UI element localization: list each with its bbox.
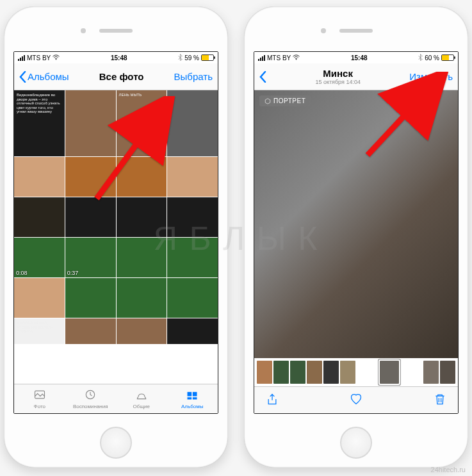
photo-thumbnail[interactable]: ЛЕНЬ МЫТЬ — [117, 90, 167, 156]
signal-icon — [258, 55, 265, 61]
nav-title: Все фото — [69, 71, 174, 82]
filmstrip-thumb[interactable] — [423, 361, 439, 384]
svg-point-0 — [56, 59, 56, 60]
photo-thumbnail[interactable] — [167, 318, 218, 344]
tab-shared[interactable]: Общие — [116, 384, 167, 413]
tab-label: Воспоминания — [73, 404, 108, 409]
memories-icon — [84, 388, 97, 402]
clock: 15:48 — [111, 54, 127, 62]
carrier-label: MTS BY — [27, 54, 51, 62]
battery-icon — [201, 54, 214, 61]
photo-thumbnail[interactable] — [65, 278, 116, 318]
photo-thumbnail[interactable] — [65, 90, 116, 156]
bluetooth-icon — [178, 54, 183, 62]
select-label: Выбрать — [174, 71, 213, 82]
filmstrip-thumb[interactable] — [257, 361, 272, 384]
photo-viewer[interactable]: ПОРТРЕТ — [254, 90, 458, 358]
speaker — [99, 29, 133, 33]
carrier-label: MTS BY — [267, 54, 291, 62]
photo-thumbnail[interactable]: 0:37 — [65, 238, 116, 277]
filmstrip-thumb[interactable] — [273, 361, 289, 384]
battery-pct: 60 % — [425, 54, 439, 62]
speaker — [339, 29, 373, 33]
photo-thumbnail[interactable] — [117, 157, 167, 197]
photo-thumbnail[interactable] — [117, 197, 167, 237]
portrait-badge: ПОРТРЕТ — [259, 95, 311, 106]
photo-thumbnail[interactable] — [167, 238, 218, 277]
photo-thumbnail[interactable] — [117, 238, 167, 277]
photo-grid[interactable]: Видеонаблюдение во дворе дома – это отли… — [14, 90, 218, 384]
nav-bar: Минск 15 октября 14:04 Изменить — [254, 63, 458, 90]
tab-bar: ФотоВоспоминанияОбщиеАльбомы — [14, 384, 218, 413]
photo-thumbnail[interactable] — [167, 90, 218, 156]
thumbnail-text: ЛЕНЬ МЫТЬ — [117, 90, 167, 100]
back-button[interactable] — [259, 71, 266, 83]
photo-thumbnail[interactable]: 4 УПРАЖНЕНИЯ, ЧТОБЫ НЕ БОЛЕЛА СПИНКА — [14, 318, 65, 344]
wifi-icon — [53, 54, 60, 62]
nav-title: Минск — [266, 68, 409, 79]
photo-thumbnail[interactable] — [167, 278, 218, 318]
filmstrip-thumb[interactable] — [340, 361, 355, 384]
thumbnail-text: 4 УПРАЖНЕНИЯ, ЧТОБЫ НЕ БОЛЕЛА СПИНКА — [14, 318, 65, 336]
nav-subtitle: 15 октября 14:04 — [266, 79, 409, 85]
favorite-button[interactable] — [350, 393, 362, 408]
photo-thumbnail[interactable]: Видеонаблюдение во дворе дома – это отли… — [14, 90, 65, 156]
edit-label: Изменить — [409, 71, 453, 82]
thumbnail-text: Видеонаблюдение во дворе дома – это отли… — [14, 90, 65, 117]
video-duration: 0:08 — [16, 270, 28, 276]
tab-label: Фото — [34, 404, 45, 409]
wifi-icon — [293, 54, 300, 62]
photo-thumbnail[interactable] — [65, 318, 116, 344]
photo-thumbnail[interactable]: 0:08 — [14, 238, 65, 277]
delete-button[interactable] — [434, 393, 446, 408]
status-bar: MTS BY 15:48 60 % — [254, 52, 458, 63]
filmstrip-thumb[interactable] — [323, 361, 339, 384]
photo-thumbnail[interactable] — [14, 197, 65, 237]
photo-thumbnail[interactable] — [167, 157, 218, 197]
photo-thumbnail[interactable] — [117, 318, 167, 344]
tab-label: Альбомы — [181, 404, 203, 409]
nav-bar: Альбомы Все фото Выбрать — [14, 63, 218, 90]
share-button[interactable] — [266, 393, 279, 408]
home-button[interactable] — [340, 427, 372, 459]
tab-memories[interactable]: Воспоминания — [65, 384, 117, 413]
svg-rect-3 — [188, 392, 192, 397]
photo-thumbnail[interactable] — [14, 157, 65, 197]
battery-icon — [441, 54, 454, 61]
photo-thumbnail[interactable] — [65, 197, 116, 237]
phone-right: MTS BY 15:48 60 % Минск 15 октября 14:04 — [244, 6, 468, 468]
home-button[interactable] — [100, 427, 132, 459]
photo-thumbnail[interactable] — [65, 157, 116, 197]
filmstrip-thumb[interactable] — [440, 361, 455, 384]
video-duration: 0:37 — [67, 270, 79, 276]
tab-photos[interactable]: Фото — [14, 384, 65, 413]
clock: 15:48 — [351, 54, 368, 62]
phone-left: MTS BY 15:48 59 % Альбомы Все фото — [4, 6, 228, 468]
albums-icon — [186, 388, 199, 402]
photo-thumbnail[interactable] — [167, 197, 218, 237]
photo-thumbnail[interactable] — [117, 278, 167, 318]
filmstrip-thumb[interactable] — [290, 361, 305, 384]
edit-button[interactable]: Изменить — [409, 71, 453, 82]
svg-rect-6 — [193, 397, 197, 399]
photo-toolbar — [254, 386, 458, 413]
photo-thumbnail[interactable] — [14, 278, 65, 318]
filmstrip[interactable] — [254, 358, 458, 386]
battery-pct: 59 % — [184, 54, 199, 62]
select-button[interactable]: Выбрать — [174, 71, 213, 82]
tab-label: Общие — [133, 404, 150, 409]
back-button[interactable]: Альбомы — [19, 71, 69, 83]
screen-detail: MTS BY 15:48 60 % Минск 15 октября 14:04 — [254, 51, 459, 414]
filmstrip-thumb-selected[interactable] — [380, 361, 399, 384]
bluetooth-icon — [418, 54, 423, 62]
front-camera — [321, 28, 326, 33]
front-camera — [81, 28, 86, 33]
credit-label: 24hitech.ru — [431, 466, 466, 473]
filmstrip-thumb[interactable] — [307, 361, 322, 384]
svg-rect-4 — [193, 392, 197, 397]
tab-albums[interactable]: Альбомы — [167, 384, 218, 413]
screen-grid: MTS BY 15:48 59 % Альбомы Все фото — [13, 51, 218, 414]
photos-icon — [33, 388, 46, 402]
badge-label: ПОРТРЕТ — [273, 97, 305, 104]
back-label: Альбомы — [28, 71, 69, 82]
